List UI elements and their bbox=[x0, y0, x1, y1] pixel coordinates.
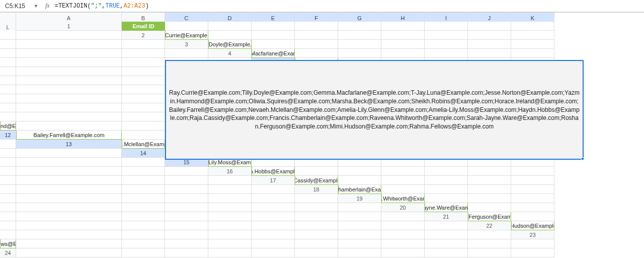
cell-E1[interactable] bbox=[295, 22, 338, 31]
row-head-4[interactable]: 4 bbox=[208, 49, 252, 58]
cell-J24[interactable] bbox=[468, 248, 511, 257]
cell-D1[interactable] bbox=[252, 22, 295, 31]
cell-I24[interactable] bbox=[425, 248, 468, 257]
cell-L6[interactable] bbox=[295, 76, 338, 85]
cell-C2[interactable] bbox=[252, 31, 295, 40]
cell-F15[interactable] bbox=[425, 158, 468, 167]
cell-F19[interactable] bbox=[16, 203, 122, 212]
cell-E23[interactable] bbox=[208, 239, 252, 248]
cell-K18[interactable] bbox=[252, 194, 295, 203]
cell-B21[interactable] bbox=[511, 212, 554, 221]
cell-G13[interactable] bbox=[381, 140, 425, 149]
cell-H18[interactable] bbox=[122, 194, 165, 203]
cell-I22[interactable] bbox=[338, 230, 381, 239]
row-head-14[interactable]: 14 bbox=[122, 149, 165, 158]
row-head-15[interactable]: 15 bbox=[165, 158, 208, 167]
cell-E18[interactable] bbox=[511, 185, 554, 194]
cell-I18[interactable] bbox=[165, 194, 208, 203]
cell-F24[interactable] bbox=[295, 248, 338, 257]
cell-G5[interactable] bbox=[0, 67, 16, 76]
cell-F23[interactable] bbox=[252, 239, 295, 248]
cell-D22[interactable] bbox=[122, 230, 165, 239]
cell-C11[interactable] bbox=[122, 121, 165, 131]
cell-L18[interactable] bbox=[295, 194, 338, 203]
cell-H15[interactable] bbox=[511, 158, 554, 167]
cell-G17[interactable] bbox=[0, 185, 16, 194]
row-head-22[interactable]: 22 bbox=[468, 221, 511, 230]
cell-F20[interactable] bbox=[122, 212, 165, 221]
cell-I23[interactable] bbox=[381, 239, 425, 248]
cell-L20[interactable] bbox=[381, 212, 425, 221]
cell-F21[interactable] bbox=[165, 221, 208, 230]
row-head-7[interactable]: 7 bbox=[338, 76, 381, 85]
cell-J16[interactable] bbox=[122, 176, 165, 185]
row-head-18[interactable]: 18 bbox=[295, 185, 338, 194]
cell-G14[interactable] bbox=[425, 149, 468, 158]
cell-I1[interactable] bbox=[468, 22, 511, 31]
cell-L16[interactable] bbox=[208, 176, 252, 185]
row-head-3[interactable]: 3 bbox=[165, 40, 208, 49]
row-head-16[interactable]: 16 bbox=[208, 167, 252, 176]
cell-K17[interactable] bbox=[208, 185, 252, 194]
row-head-2[interactable]: 2 bbox=[122, 31, 165, 40]
cell-K12[interactable] bbox=[511, 131, 554, 140]
cell-B14[interactable] bbox=[208, 149, 252, 158]
cell-A17[interactable]: Raja.Cassidy@Example.com bbox=[295, 176, 338, 185]
cell-G4[interactable] bbox=[511, 49, 554, 58]
cell-K13[interactable] bbox=[0, 149, 16, 158]
cell-F1[interactable] bbox=[338, 22, 381, 31]
cell-B19[interactable] bbox=[425, 194, 468, 203]
cell-B22[interactable] bbox=[0, 230, 16, 239]
cell-A5[interactable]: T-Jay.Luna@Example.com bbox=[295, 58, 338, 67]
cell-A22[interactable]: Mimi.Hudson@Example.com bbox=[511, 221, 554, 230]
cell-A6[interactable]: Jesse.Norton@Example.com bbox=[338, 67, 381, 76]
cell-I4[interactable] bbox=[16, 58, 122, 67]
cell-D7[interactable] bbox=[511, 76, 554, 85]
cell-F16[interactable] bbox=[468, 167, 511, 176]
cell-H16[interactable] bbox=[0, 176, 16, 185]
cell-B20[interactable] bbox=[468, 203, 511, 212]
cell-I17[interactable] bbox=[122, 185, 165, 194]
cell-B2[interactable] bbox=[208, 31, 252, 40]
cell-K23[interactable] bbox=[468, 239, 511, 248]
cell-B7[interactable] bbox=[425, 76, 468, 85]
cell-D23[interactable] bbox=[165, 239, 208, 248]
cell-A11[interactable]: Horace.Ireland@Example.com bbox=[0, 121, 16, 131]
cell-C12[interactable] bbox=[165, 131, 208, 140]
cell-F17[interactable] bbox=[511, 176, 554, 185]
cell-C20[interactable] bbox=[511, 203, 554, 212]
cell-K22[interactable] bbox=[425, 230, 468, 239]
cell-H12[interactable] bbox=[381, 131, 425, 140]
cell-L14[interactable] bbox=[122, 158, 165, 167]
cell-H23[interactable] bbox=[338, 239, 381, 248]
cell-B15[interactable] bbox=[252, 158, 295, 167]
cell-I21[interactable] bbox=[295, 221, 338, 230]
cell-D18[interactable] bbox=[468, 185, 511, 194]
cell-H6[interactable] bbox=[122, 76, 165, 85]
cell-K15[interactable] bbox=[122, 167, 165, 176]
cell-F14[interactable] bbox=[381, 149, 425, 158]
cell-J1[interactable] bbox=[511, 22, 554, 31]
cell-E6[interactable] bbox=[511, 67, 554, 76]
row-head-23[interactable]: 23 bbox=[511, 230, 554, 239]
cell-A12[interactable]: Bailey.Farrell@Example.com bbox=[16, 131, 122, 140]
cell-K21[interactable] bbox=[381, 221, 425, 230]
cell-D3[interactable] bbox=[338, 40, 381, 49]
row-head-12[interactable]: 12 bbox=[0, 131, 16, 140]
cell-G12[interactable] bbox=[338, 131, 381, 140]
cell-J6[interactable] bbox=[208, 76, 252, 85]
cell-G22[interactable] bbox=[252, 230, 295, 239]
cell-G20[interactable] bbox=[165, 212, 208, 221]
cell-J18[interactable] bbox=[208, 194, 252, 203]
cell-B24[interactable] bbox=[122, 248, 165, 257]
cell-L17[interactable] bbox=[252, 185, 295, 194]
cell-E13[interactable] bbox=[295, 140, 338, 149]
cell-D9[interactable] bbox=[16, 103, 122, 112]
cell-C18[interactable] bbox=[425, 185, 468, 194]
cell-J19[interactable] bbox=[252, 203, 295, 212]
cell-K1[interactable] bbox=[0, 31, 16, 40]
cell-B4[interactable] bbox=[295, 49, 338, 58]
cell-H24[interactable] bbox=[381, 248, 425, 257]
cell-E16[interactable] bbox=[425, 167, 468, 176]
cell-E24[interactable] bbox=[252, 248, 295, 257]
